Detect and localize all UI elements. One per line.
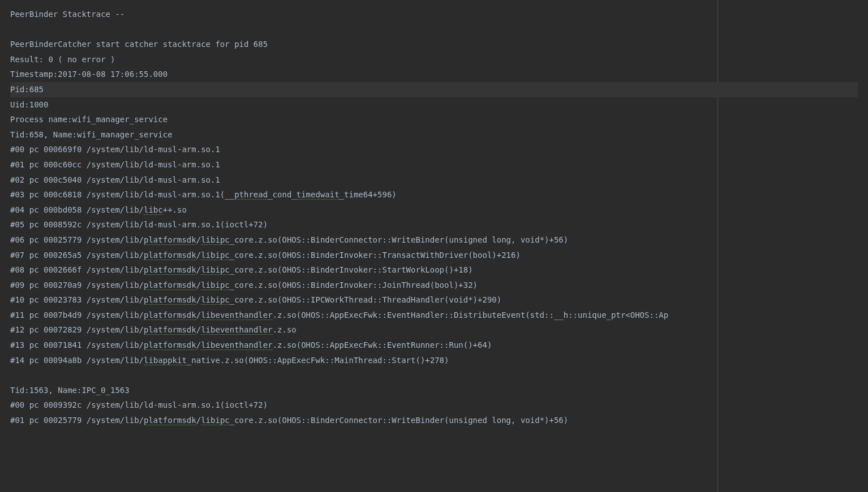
stacktrace-line: Timestamp:2017-08-08 17:06:55.000 — [10, 67, 858, 82]
text-token: #07 pc 000265a5 /system/lib/ — [10, 251, 144, 260]
text-token: / — [196, 295, 201, 304]
underlined-token: platformsdk — [144, 416, 196, 425]
underlined-token: libeventhandler — [201, 325, 272, 335]
stacktrace-line: Tid:658, Name:wifi_manager_service — [10, 127, 858, 143]
text-token: #09 pc 000270a9 /system/lib/ — [10, 280, 144, 290]
text-token: core.z.so(OHOS::IPCWorkThread::ThreadHan… — [234, 295, 501, 304]
text-token: / — [196, 251, 201, 260]
underlined-token: timedwait_ — [297, 190, 344, 200]
underlined-token: platformsdk — [144, 295, 196, 305]
text-token: .z.so(OHOS::AppExecFwk::EventRunner::Run… — [273, 340, 492, 349]
stacktrace-line: #01 pc 00025779 /system/lib/platformsdk/… — [10, 413, 858, 428]
text-token: #11 pc 0007b4d9 /system/lib/ — [10, 310, 144, 320]
text-token: core.z.so(OHOS::BinderConnector::WriteBi… — [234, 416, 568, 425]
underlined-token: libc — [144, 205, 163, 215]
underlined-token: libipc_ — [201, 280, 234, 290]
underlined-token: __pthread_ — [225, 190, 272, 200]
stacktrace-content: PeerBinder Stacktrace -- PeerBinderCatch… — [10, 7, 858, 428]
stacktrace-line: #00 pc 0009392c /system/lib/ld-musl-arm.… — [10, 398, 858, 413]
stacktrace-line: Process name:wifi_manager_service — [10, 112, 858, 127]
text-token: #01 pc 00025779 /system/lib/ — [10, 416, 144, 425]
stacktrace-line: Uid:1000 — [10, 97, 858, 113]
text-token: / — [196, 340, 201, 349]
text-token: core.z.so(OHOS::BinderInvoker::TransactW… — [234, 251, 521, 260]
underlined-token: libipc_ — [201, 235, 234, 245]
stacktrace-line: PeerBinder Stacktrace -- — [10, 7, 858, 22]
underlined-token: libipc_ — [201, 251, 234, 260]
underlined-token: libipc_ — [201, 416, 234, 425]
stacktrace-line: Result: 0 ( no error ) — [10, 52, 858, 67]
text-token: #04 pc 000bd058 /system/lib/ — [10, 205, 144, 214]
underlined-token: platformsdk — [144, 265, 196, 275]
stacktrace-line: #05 pc 0008592c /system/lib/ld-musl-arm.… — [10, 217, 858, 232]
stacktrace-line: Tid:1563, Name:IPC_0_1563 — [10, 383, 858, 398]
text-token: #08 pc 0002666f /system/lib/ — [10, 265, 144, 274]
underlined-token: platformsdk — [144, 280, 196, 290]
stacktrace-line: Pid:685 — [10, 82, 858, 97]
underlined-token: libipc_ — [201, 295, 234, 305]
text-token: cond_ — [273, 190, 297, 199]
underlined-token: libappkit_ — [144, 356, 191, 365]
stacktrace-line: #08 pc 0002666f /system/lib/platformsdk/… — [10, 262, 858, 278]
stacktrace-line — [10, 368, 858, 383]
stacktrace-line: PeerBinderCatcher start catcher stacktra… — [10, 37, 858, 52]
stacktrace-line: #07 pc 000265a5 /system/lib/platformsdk/… — [10, 248, 858, 263]
underlined-token: libeventhandler — [201, 340, 272, 350]
text-token: / — [196, 325, 201, 334]
text-token: #06 pc 00025779 /system/lib/ — [10, 235, 144, 244]
stacktrace-line: #00 pc 000669f0 /system/lib/ld-musl-arm.… — [10, 142, 858, 157]
text-token: .z.so — [273, 325, 297, 334]
text-token: / — [196, 235, 201, 244]
stacktrace-line: #13 pc 00071841 /system/lib/platformsdk/… — [10, 338, 858, 353]
text-token: time64+596) — [344, 190, 397, 199]
underlined-token: platformsdk — [144, 251, 196, 260]
underlined-token: platformsdk — [144, 340, 196, 350]
text-token: #13 pc 00071841 /system/lib/ — [10, 340, 144, 349]
text-token: ++.so — [163, 205, 187, 214]
stacktrace-line: #10 pc 00023783 /system/lib/platformsdk/… — [10, 292, 858, 308]
stacktrace-line: #09 pc 000270a9 /system/lib/platformsdk/… — [10, 278, 858, 293]
text-token: #10 pc 00023783 /system/lib/ — [10, 295, 144, 304]
stacktrace-line: #11 pc 0007b4d9 /system/lib/platformsdk/… — [10, 308, 858, 323]
stacktrace-line: #01 pc 000c60cc /system/lib/ld-musl-arm.… — [10, 157, 858, 172]
underlined-token: libeventhandler — [201, 310, 272, 320]
stacktrace-line: #06 pc 00025779 /system/lib/platformsdk/… — [10, 232, 858, 248]
stacktrace-line: #02 pc 000c5040 /system/lib/ld-musl-arm.… — [10, 172, 858, 188]
stacktrace-line: #12 pc 00072829 /system/lib/platformsdk/… — [10, 322, 858, 338]
text-token: core.z.so(OHOS::BinderInvoker::StartWork… — [234, 265, 472, 274]
stacktrace-line — [10, 22, 858, 37]
text-token: core.z.so(OHOS::BinderConnector::WriteBi… — [234, 235, 568, 244]
text-token: core.z.so(OHOS::BinderInvoker::JoinThrea… — [234, 280, 478, 290]
text-token: #14 pc 00094a8b /system/lib/ — [10, 356, 144, 365]
underlined-token: platformsdk — [144, 325, 196, 335]
underlined-token: libipc_ — [201, 265, 234, 275]
stacktrace-line: #03 pc 000c6818 /system/lib/ld-musl-arm.… — [10, 187, 858, 202]
text-token: .z.so(OHOS::AppExecFwk::EventHandler::Di… — [273, 310, 669, 320]
text-token: #03 pc 000c6818 /system/lib/ld-musl-arm.… — [10, 190, 225, 199]
text-token: native.z.so(OHOS::AppExecFwk::MainThread… — [191, 356, 449, 365]
text-token: / — [196, 280, 201, 290]
text-token: / — [196, 416, 201, 425]
underlined-token: platformsdk — [144, 235, 196, 245]
stacktrace-line: #04 pc 000bd058 /system/lib/libc++.so — [10, 202, 858, 218]
underlined-token: platformsdk — [144, 310, 196, 320]
text-token: / — [196, 265, 201, 274]
text-token: #12 pc 00072829 /system/lib/ — [10, 325, 144, 334]
stacktrace-line: #14 pc 00094a8b /system/lib/libappkit_na… — [10, 353, 858, 368]
text-token: / — [196, 310, 201, 320]
